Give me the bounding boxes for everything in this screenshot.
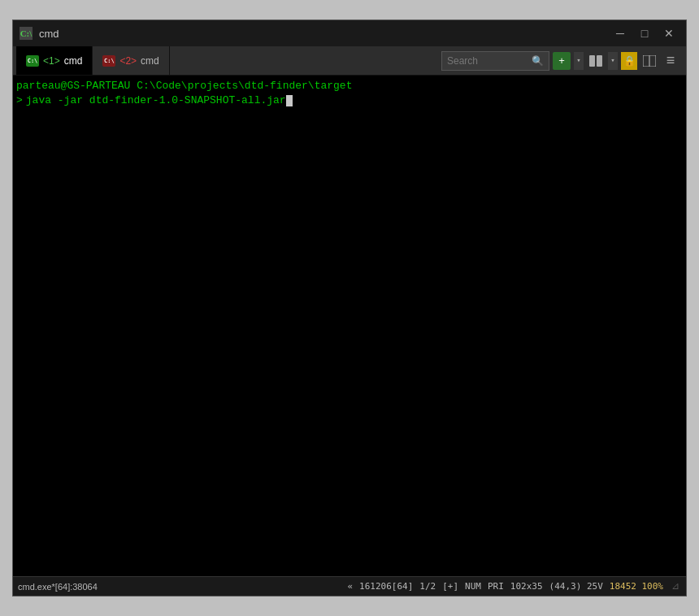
title-bar: C:\ cmd ─ □ ✕ (13, 20, 686, 46)
tab-2-icon: C:\ (102, 55, 115, 67)
tab-1-number: <1> (43, 55, 60, 67)
window-title: cmd (39, 28, 603, 40)
split-pane-button[interactable] (640, 52, 658, 70)
tab-1-label: cmd (64, 55, 83, 67)
terminal-window: C:\ cmd ─ □ ✕ C:\ <1> cmd C:\ <2> cmd � (12, 20, 687, 596)
command-line: > java -jar dtd-finder-1.0-SNAPSHOT-all.… (16, 93, 683, 108)
minimize-button[interactable]: ─ (610, 25, 631, 41)
svg-rect-0 (589, 55, 595, 67)
resize-icon: ⊿ (671, 580, 679, 592)
status-separator: « (347, 581, 353, 592)
tab-2-label: cmd (141, 55, 159, 67)
search-input[interactable] (447, 55, 528, 67)
close-button[interactable]: ✕ (658, 25, 679, 41)
maximize-button[interactable]: □ (634, 25, 655, 41)
toolbar-right: 🔍 + ▾ ▾ 🔒 ≡ (441, 46, 683, 75)
status-process: cmd.exe*[64]:38064 (18, 582, 347, 592)
status-right: « 161206[64] 1/2 [+] NUM PRI 102x35 (44,… (347, 581, 681, 592)
svg-rect-1 (597, 55, 602, 67)
search-button[interactable]: 🔍 (532, 55, 544, 67)
tab-1-icon: C:\ (26, 55, 39, 67)
status-memory: 18452 100% (610, 581, 663, 592)
status-priority: PRI (488, 581, 504, 592)
add-tab-button[interactable]: + (553, 52, 571, 70)
pane-dropdown[interactable]: ▾ (608, 52, 618, 70)
tab-2-number: <2> (119, 55, 137, 67)
prompt-char: > (16, 93, 23, 108)
terminal-area[interactable]: parteau@GS-PARTEAU C:\Code\projects\dtd-… (13, 76, 686, 576)
status-bar: cmd.exe*[64]:38064 « 161206[64] 1/2 [+] … (13, 576, 686, 596)
status-dimensions: 102x35 (510, 581, 543, 592)
search-box: 🔍 (441, 51, 549, 71)
status-position1: 161206[64] (359, 581, 413, 592)
lock-button[interactable]: 🔒 (621, 52, 637, 70)
status-position2: 1/2 (419, 581, 436, 592)
command-text: java -jar dtd-finder-1.0-SNAPSHOT-all.ja… (26, 93, 286, 108)
status-coords: (44,3) 25V (549, 581, 603, 592)
resize-grip: ⊿ (670, 581, 681, 592)
cursor (286, 95, 293, 106)
add-tab-dropdown[interactable]: ▾ (574, 52, 584, 70)
prompt-path-line: parteau@GS-PARTEAU C:\Code\projects\dtd-… (16, 79, 683, 93)
menu-button[interactable]: ≡ (662, 52, 679, 70)
tab-spacer (170, 46, 441, 75)
status-numlock: NUM (465, 581, 481, 592)
tab-1-cmd[interactable]: C:\ <1> cmd (16, 46, 93, 75)
tab-2-cmd[interactable]: C:\ <2> cmd (93, 46, 169, 75)
status-insert: [+] (442, 581, 458, 592)
pane-button[interactable] (587, 52, 605, 70)
window-icon: C:\ (20, 27, 33, 40)
tab-bar: C:\ <1> cmd C:\ <2> cmd 🔍 + ▾ (13, 46, 686, 76)
window-controls: ─ □ ✕ (610, 25, 679, 41)
